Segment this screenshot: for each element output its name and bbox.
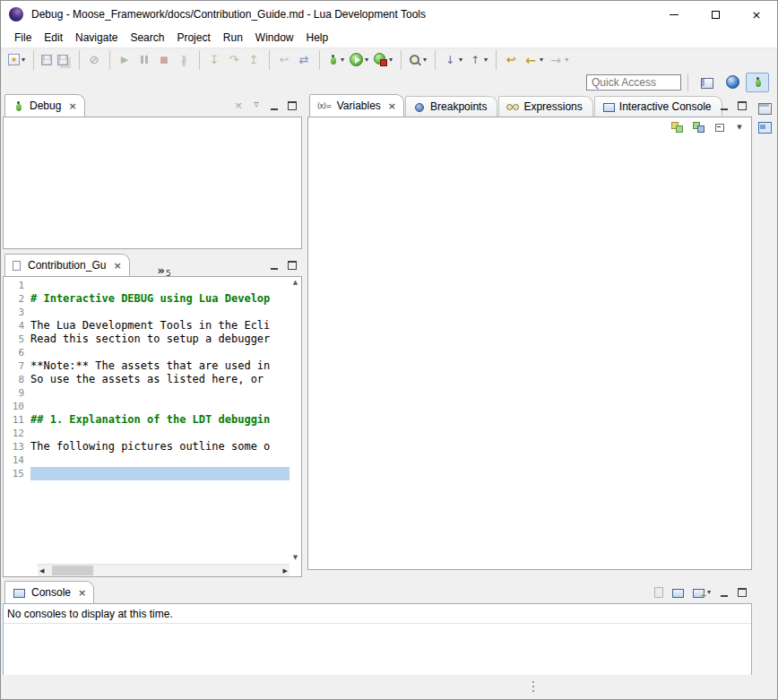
run-button[interactable]: ▾ [348, 50, 370, 70]
display-selected-console[interactable] [672, 587, 684, 598]
line-number[interactable]: 10 [4, 400, 30, 413]
last-edit-location-button[interactable]: ↩ [496, 50, 520, 70]
line-number[interactable]: 8 [4, 373, 30, 386]
step-return-button-icon: ↥ [246, 53, 261, 67]
scrollbar-thumb[interactable] [52, 566, 93, 575]
close-window-button[interactable]: × [736, 1, 777, 28]
editor-line[interactable]: 3 [4, 306, 290, 319]
scroll-right-icon[interactable]: ▶ [283, 567, 288, 575]
back-button[interactable]: ← ▾ [522, 50, 545, 70]
statusbar-grip[interactable] [532, 681, 534, 683]
new-wizard-button[interactable]: ★ ▾ [6, 50, 27, 70]
scroll-up-icon[interactable]: ▲ [293, 280, 298, 286]
tab-interactive-console[interactable]: Interactive Console [594, 96, 722, 117]
tab-breakpoints[interactable]: Breakpoints [405, 96, 497, 117]
line-number[interactable]: 1 [4, 279, 30, 292]
lua-perspective-button[interactable] [721, 73, 744, 92]
editor-line[interactable]: 7 **Note:** The assets that are used in [4, 359, 290, 373]
show-type-names[interactable] [671, 122, 683, 133]
line-number[interactable]: 6 [4, 346, 30, 359]
collapse-all[interactable] [714, 122, 725, 133]
editor-line[interactable]: 15 [4, 467, 290, 480]
minimize-window-button[interactable] [653, 1, 695, 28]
step-into-button: ↧ [199, 50, 223, 70]
close-tab-icon[interactable]: × [68, 101, 76, 111]
line-number[interactable]: 2 [4, 292, 30, 306]
line-number[interactable]: 3 [4, 306, 30, 319]
variables-view-menu[interactable]: ▼ [735, 122, 744, 134]
collapse-all-icon [714, 122, 725, 133]
line-number[interactable]: 11 [4, 413, 30, 427]
menu-window[interactable]: Window [249, 30, 300, 46]
maximize-console-view-icon [738, 586, 747, 598]
editor-line[interactable]: 5 Read this section to setup a debugger [4, 333, 290, 346]
open-console[interactable]: ▾ [693, 587, 711, 598]
editor-line[interactable]: 4 The Lua Development Tools in the Ecli [4, 319, 290, 333]
minimized-view-bar-1[interactable] [758, 103, 771, 114]
line-number[interactable]: 12 [4, 427, 30, 440]
open-console-icon [693, 587, 705, 598]
tab-debug[interactable]: Debug × [4, 94, 85, 117]
show-logical-structures[interactable] [693, 122, 705, 133]
debug-view-menu[interactable]: ▽ [252, 99, 261, 111]
minimize-console-view[interactable] [720, 586, 729, 598]
maximize-window-button[interactable] [695, 1, 736, 28]
editor-vertical-scrollbar[interactable]: ▲ ▼ [290, 277, 301, 564]
maximize-console-view[interactable] [738, 586, 747, 598]
scroll-down-icon[interactable]: ▼ [293, 555, 298, 561]
line-number[interactable]: 14 [4, 454, 30, 467]
scroll-left-icon[interactable]: ◀ [39, 567, 44, 575]
line-number[interactable]: 15 [4, 467, 30, 480]
debug-view-controls: ×▽ [234, 99, 297, 111]
terminate-button: ■ [155, 50, 173, 70]
minimize-editor-area[interactable] [270, 259, 279, 271]
line-number[interactable]: 5 [4, 333, 30, 346]
next-annotation-button[interactable]: ↓ ▾ [435, 50, 464, 70]
line-number[interactable]: 4 [4, 319, 30, 333]
close-tab-icon[interactable]: × [388, 101, 396, 111]
tab-expressions[interactable]: Expressions [498, 96, 592, 117]
editor-line[interactable]: 10 [4, 400, 290, 413]
open-perspective-button[interactable] [696, 73, 719, 92]
search-button[interactable]: ▾ [401, 50, 428, 70]
editor-line[interactable]: 11 ## 1. Explanation of the LDT debuggin [4, 413, 290, 427]
tab-variables[interactable]: (x)= Variables × [309, 94, 404, 117]
menu-search[interactable]: Search [124, 30, 170, 46]
tab-console[interactable]: Console × [4, 581, 94, 603]
editor-line[interactable]: 2 # Interactive DEBUG using Lua Develop [4, 292, 290, 306]
menu-navigate[interactable]: Navigate [69, 30, 124, 46]
editor-line[interactable]: 8 So use the assets as listed here, or [4, 373, 290, 386]
minimize-debug-view[interactable] [270, 99, 279, 111]
debug-perspective-button[interactable] [746, 73, 769, 92]
tab-contribution-guide[interactable]: Contribution_Gu × [4, 254, 130, 276]
editor-line[interactable]: 6 [4, 346, 290, 359]
menu-help[interactable]: Help [300, 30, 335, 46]
maximize-variables-view[interactable] [738, 99, 747, 111]
hidden-editors-chevron[interactable]: » 5 [152, 256, 177, 276]
editor-line[interactable]: 13 The following pictures outline some o [4, 440, 290, 454]
external-tools-button[interactable]: ▾ [372, 50, 394, 70]
minimize-variables-view[interactable] [720, 99, 729, 111]
use-step-filters-button[interactable]: ⇄ [295, 50, 313, 70]
menu-run[interactable]: Run [217, 30, 249, 46]
maximize-editor-area[interactable] [288, 259, 297, 271]
close-tab-icon[interactable]: × [113, 261, 121, 271]
menu-edit[interactable]: Edit [38, 30, 69, 46]
line-number[interactable]: 13 [4, 440, 30, 454]
line-number[interactable]: 9 [4, 386, 30, 400]
editor-line[interactable]: 14 [4, 454, 290, 467]
debug-button[interactable]: ▾ [319, 50, 346, 70]
quick-access-input[interactable] [586, 74, 681, 91]
editor-line[interactable]: 9 [4, 386, 290, 400]
line-number[interactable]: 7 [4, 359, 30, 373]
editor-line[interactable]: 1 [4, 279, 290, 292]
maximize-debug-view[interactable] [288, 99, 297, 111]
menu-file[interactable]: File [8, 30, 38, 46]
menu-project[interactable]: Project [170, 30, 216, 46]
editor-line[interactable]: 12 [4, 427, 290, 440]
editor-code-area[interactable]: 1 2 # Interactive DEBUG using Lua Develo… [4, 277, 290, 564]
editor-horizontal-scrollbar[interactable]: ◀ ▶ [38, 564, 290, 576]
minimized-view-bar-2[interactable] [758, 122, 771, 133]
close-tab-icon[interactable]: × [78, 588, 86, 598]
previous-annotation-button[interactable]: ↑ ▾ [466, 50, 489, 70]
